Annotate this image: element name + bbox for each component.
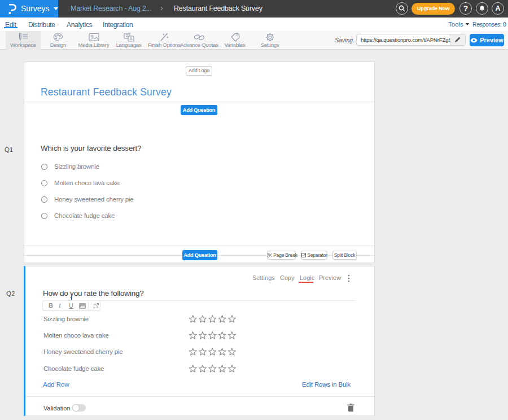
svg-text:A: A xyxy=(129,36,132,41)
